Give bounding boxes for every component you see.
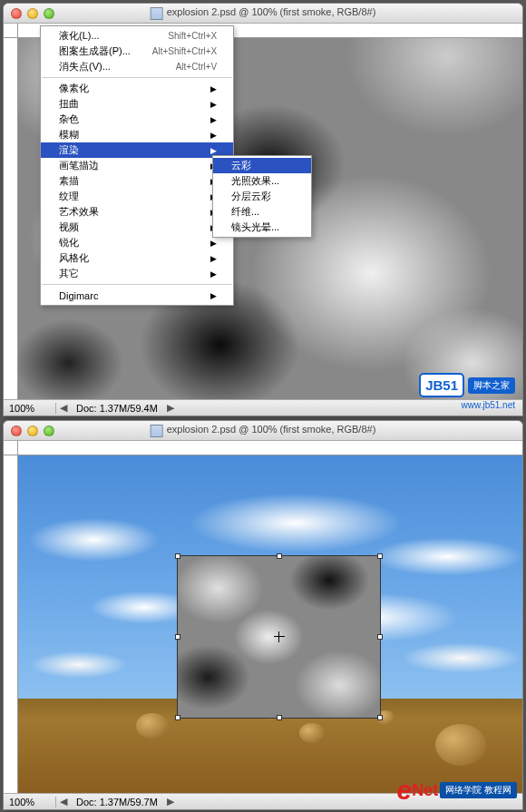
submenu-item-clouds[interactable]: 云彩 <box>213 158 311 173</box>
menu-item-pixelate[interactable]: 像素化▶ <box>41 81 233 96</box>
chevron-right-icon: ▶ <box>210 146 217 155</box>
watermark-enet: eNet 网络学院 教程网 <box>397 775 517 806</box>
chevron-right-icon[interactable]: ▶ <box>163 402 178 414</box>
canvas[interactable] <box>18 455 522 793</box>
chevron-right-icon: ▶ <box>210 115 217 124</box>
filter-menu: 液化(L)...Shift+Ctrl+X 图案生成器(P)...Alt+Shif… <box>40 25 234 306</box>
zoom-icon[interactable] <box>44 8 54 19</box>
transform-handle[interactable] <box>277 553 282 559</box>
chevron-right-icon: ▶ <box>210 291 217 300</box>
document-icon <box>151 425 163 437</box>
transform-handle[interactable] <box>377 634 383 640</box>
chevron-right-icon[interactable]: ▶ <box>163 796 178 807</box>
menu-separator <box>42 284 232 285</box>
render-submenu: 云彩 光照效果... 分层云彩 纤维... 镜头光晕... <box>212 155 312 238</box>
submenu-item-lighting-effects[interactable]: 光照效果... <box>213 173 311 189</box>
menu-separator <box>42 77 232 78</box>
transform-center-icon[interactable] <box>274 631 285 642</box>
watermark-jb51: JB51 脚本之家 <box>419 373 515 397</box>
chevron-right-icon: ▶ <box>210 84 217 93</box>
transform-handle[interactable] <box>377 715 383 720</box>
haybale <box>435 724 486 766</box>
menu-item-blur[interactable]: 模糊▶ <box>41 127 233 142</box>
submenu-item-lens-flare[interactable]: 镜头光晕... <box>213 220 311 235</box>
clouds-layer-transform[interactable] <box>177 555 381 719</box>
chevron-right-icon: ▶ <box>210 269 217 279</box>
menu-item-brush-strokes[interactable]: 画笔描边▶ <box>41 158 233 173</box>
ruler-vertical[interactable] <box>4 38 18 399</box>
menu-item-digimarc[interactable]: Digimarc▶ <box>41 288 233 303</box>
ruler-corner <box>4 24 18 38</box>
menu-item-video[interactable]: 视频▶ <box>41 220 233 235</box>
menu-item-render[interactable]: 渲染▶ <box>41 142 233 158</box>
chevron-right-icon: ▶ <box>210 254 217 263</box>
zoom-level[interactable]: 100% <box>4 403 56 414</box>
transform-handle[interactable] <box>175 553 180 559</box>
ruler-vertical[interactable] <box>4 455 18 793</box>
photoshop-window-bottom: explosion 2.psd @ 100% (first smoke, RGB… <box>3 420 523 810</box>
chevron-right-icon: ▶ <box>210 100 217 109</box>
menu-item-stylize[interactable]: 风格化▶ <box>41 250 233 266</box>
chevron-left-icon[interactable]: ◀ <box>56 402 71 414</box>
transform-handle[interactable] <box>175 715 180 720</box>
statusbar: 100% ◀ Doc: 1.37M/59.4M ▶ <box>4 399 522 416</box>
zoom-level[interactable]: 100% <box>4 797 56 807</box>
haybale <box>299 723 325 743</box>
ruler-horizontal[interactable] <box>18 441 522 455</box>
transform-handle[interactable] <box>377 553 383 559</box>
menu-item-texture[interactable]: 纹理▶ <box>41 189 233 204</box>
window-title: explosion 2.psd @ 100% (first smoke, RGB… <box>151 6 376 19</box>
ruler-corner <box>4 441 18 455</box>
menu-item-liquify[interactable]: 液化(L)...Shift+Ctrl+X <box>41 28 233 44</box>
window-title: explosion 2.psd @ 100% (first smoke, RGB… <box>151 424 376 436</box>
watermark-jb51-url: www.jb51.net <box>462 400 515 410</box>
traffic-lights <box>11 426 54 436</box>
menu-item-distort[interactable]: 扭曲▶ <box>41 96 233 112</box>
menu-item-vanishing-point[interactable]: 消失点(V)...Alt+Ctrl+V <box>41 59 233 74</box>
document-icon <box>151 7 163 20</box>
chevron-left-icon[interactable]: ◀ <box>56 796 71 807</box>
traffic-lights <box>11 8 54 19</box>
chevron-right-icon: ▶ <box>210 239 217 248</box>
minimize-icon[interactable] <box>27 426 38 436</box>
menu-item-artistic[interactable]: 艺术效果▶ <box>41 204 233 220</box>
menu-item-other[interactable]: 其它▶ <box>41 266 233 281</box>
transform-handle[interactable] <box>175 634 180 640</box>
submenu-item-fibers[interactable]: 纤维... <box>213 204 311 220</box>
menu-item-sharpen[interactable]: 锐化▶ <box>41 235 233 250</box>
submenu-item-difference-clouds[interactable]: 分层云彩 <box>213 189 311 204</box>
document-info[interactable]: Doc: 1.37M/59.7M <box>71 797 163 807</box>
transform-handle[interactable] <box>277 715 282 720</box>
minimize-icon[interactable] <box>27 8 38 19</box>
menu-item-noise[interactable]: 杂色▶ <box>41 112 233 127</box>
titlebar[interactable]: explosion 2.psd @ 100% (first smoke, RGB… <box>4 4 522 24</box>
chevron-right-icon: ▶ <box>210 131 217 140</box>
photoshop-window-top: explosion 2.psd @ 100% (first smoke, RGB… <box>3 3 523 416</box>
close-icon[interactable] <box>11 426 22 436</box>
menu-item-pattern-maker[interactable]: 图案生成器(P)...Alt+Shift+Ctrl+X <box>41 44 233 59</box>
titlebar[interactable]: explosion 2.psd @ 100% (first smoke, RGB… <box>4 421 522 441</box>
haybale <box>136 713 169 739</box>
zoom-icon[interactable] <box>44 426 54 436</box>
document-info[interactable]: Doc: 1.37M/59.4M <box>71 403 163 414</box>
close-icon[interactable] <box>11 8 22 19</box>
menu-item-sketch[interactable]: 素描▶ <box>41 173 233 189</box>
